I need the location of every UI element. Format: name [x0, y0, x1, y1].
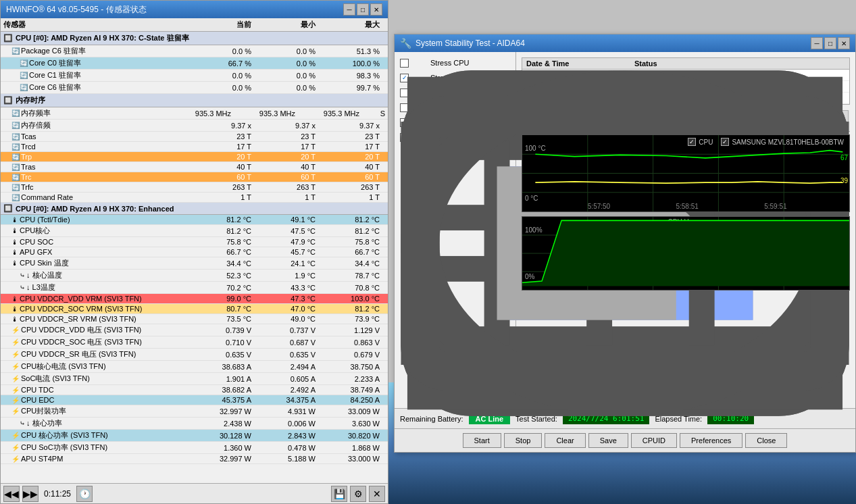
- row-max: 17 T: [321, 143, 385, 151]
- col-max: 最大: [321, 20, 385, 30]
- table-row: 🔄Trc 60 T 60 T 60 T: [1, 172, 388, 182]
- row-cur: 75.8 °C: [189, 238, 257, 246]
- row-max: 3.630 W: [321, 420, 385, 428]
- row-cur: 9.37 x: [189, 122, 257, 130]
- table-row: 🔄Core C0 驻留率 66.7 % 0.0 % 100.0 %: [1, 57, 388, 70]
- row-max: 70.8 °C: [321, 284, 385, 292]
- row-min: 0.687 V: [257, 338, 321, 347]
- row-name: ⚡CPU VDDCR_SOC 电压 (SVI3 TFN): [3, 337, 189, 347]
- row-max: 2.233 A: [321, 375, 385, 383]
- hwinfo-minimize-btn[interactable]: ─: [343, 3, 355, 16]
- row-max: 38.749 A: [321, 386, 385, 394]
- row-min: 47.5 °C: [257, 227, 321, 235]
- statusbar-icons: ◀◀ ▶▶: [3, 486, 39, 502]
- table-row: ⚡CPU VDDCR_SOC 电压 (SVI3 TFN) 0.710 V 0.6…: [1, 336, 388, 349]
- row-name: ⚡APU ST4PM: [3, 455, 189, 463]
- row-name: ⚡CPU EDC: [3, 396, 189, 404]
- row-name: 🔄Trfc: [3, 183, 189, 191]
- row-cur: 0.635 V: [189, 351, 257, 359]
- table-row: ⚡CPU核心电流 (SVI3 TFN) 38.683 A 2.494 A 38.…: [1, 361, 388, 373]
- row-max: 81.2 °C: [321, 305, 385, 313]
- hw-group-cstate: 🔲 CPU [#0]: AMD Ryzen AI 9 HX 370: C-Sta…: [1, 32, 388, 45]
- row-min: 0.605 A: [257, 375, 321, 383]
- row-cur: 81.2 °C: [189, 216, 257, 224]
- hwinfo-controls: ─ □ ✕: [343, 3, 382, 16]
- row-name: ⤷↓ 核心功率: [3, 418, 189, 428]
- hwinfo-window: HWiNFO® 64 v8.05-5495 - 传感器状态 ─ □ ✕ 传感器 …: [0, 0, 388, 504]
- table-row: 🌡CPU VDDCR_VDD VRM (SVI3 TFN) 99.0 °C 47…: [1, 294, 388, 304]
- row-cur: 81.2 °C: [189, 227, 257, 235]
- row-cur: 32.997 W: [189, 407, 257, 415]
- row-name: 🔄Core C1 驻留率: [3, 70, 189, 80]
- statusbar-settings-icon[interactable]: ⚙: [350, 486, 366, 502]
- row-name: 🔄内存倍频: [3, 120, 189, 130]
- col-current: 当前: [189, 20, 257, 30]
- table-row: ⤷↓ 核心功率 2.438 W 0.006 W 3.630 W: [1, 418, 388, 430]
- group-icon-memory: 🔲: [3, 96, 13, 105]
- row-name: ⤷↓ L3温度: [3, 282, 189, 293]
- row-min: 2.843 W: [257, 432, 321, 440]
- row-name: 🌡CPU Skin 温度: [3, 258, 189, 268]
- row-cur: 263 T: [189, 183, 257, 191]
- row-max: 0.679 V: [321, 351, 385, 359]
- row-name: 🌡CPU VDDCR_VDD VRM (SVI3 TFN): [3, 295, 189, 303]
- row-name: 🔄Tcas: [3, 132, 189, 141]
- hw-column-header: 传感器 当前 最小 最大: [1, 18, 388, 32]
- row-cur: 935.3 MHz: [169, 109, 236, 118]
- row-max: 99.7 %: [321, 84, 385, 92]
- row-name: ⚡CPU VDDCR_SR 电压 (SVI3 TFN): [3, 349, 189, 359]
- hwinfo-close-btn[interactable]: ✕: [370, 3, 382, 16]
- table-row: 🌡CPU VDDCR_SR VRM (SVI3 TFN) 73.5 °C 49.…: [1, 314, 388, 324]
- table-row: 🔄内存倍频 9.37 x 9.37 x 9.37 x: [1, 120, 388, 132]
- gpu-icon: [413, 132, 426, 143]
- table-row: 🔄Trfc 263 T 263 T 263 T: [1, 182, 388, 193]
- row-name: ⤷↓ 核心温度: [3, 270, 189, 280]
- table-row: 🔄Core C6 驻留率 0.0 % 0.0 % 99.7 %: [1, 82, 388, 94]
- statusbar-prev-btn[interactable]: ◀◀: [3, 486, 20, 502]
- row-max: 81.2 °C: [321, 227, 385, 235]
- table-row: 🔄Tras 40 T 40 T 40 T: [1, 162, 388, 172]
- row-min: 4.931 W: [257, 407, 321, 415]
- hwinfo-maximize-btn[interactable]: □: [357, 3, 369, 16]
- hw-statusbar: ◀◀ ▶▶ 0:11:25 🕐 💾 ⚙ ✕: [1, 483, 388, 503]
- row-cur: 99.0 °C: [189, 295, 257, 303]
- row-max: 40 T: [321, 163, 385, 171]
- aida-content: Stress CPU ✓ Stress FPU Stress cache: [395, 52, 855, 408]
- row-min: 0.0 %: [257, 59, 321, 68]
- row-name: 🔄Core C6 驻留率: [3, 82, 189, 93]
- row-cur: 1.901 A: [189, 375, 257, 383]
- row-name: 🔄内存频率: [3, 108, 169, 118]
- row-min: 0.0 %: [257, 84, 321, 92]
- row-name: 🌡CPU SOC: [3, 238, 189, 246]
- row-min: 935.3 MHz: [236, 109, 301, 118]
- table-row: 🔄Core C1 驻留率 0.0 % 0.0 % 98.3 %: [1, 70, 388, 82]
- row-min: 1 T: [257, 193, 321, 201]
- row-name: 🔄Core C0 驻留率: [3, 58, 189, 68]
- table-row: 🔄Trp 20 T 20 T 20 T: [1, 152, 388, 162]
- row-name: ⚡CPU封裝功率: [3, 406, 189, 416]
- row-cur: 70.2 °C: [189, 284, 257, 292]
- temperature-chart: 100 °C 0 °C ✓ CPU ✓ SAMSUNG MZVL81T0HELB…: [522, 134, 850, 212]
- row-name: 🌡CPU VDDCR_SR VRM (SVI3 TFN): [3, 315, 189, 323]
- row-cur: 20 T: [189, 153, 257, 161]
- statusbar-next-btn[interactable]: ▶▶: [22, 486, 39, 502]
- row-name: ⚡CPU 核心功率 (SVI3 TFN): [3, 430, 189, 440]
- table-row: 🔄Tcas 23 T 23 T 23 T: [1, 132, 388, 142]
- table-row: 🔄Trcd 17 T 17 T 17 T: [1, 142, 388, 152]
- hwinfo-titlebar: HWiNFO® 64 v8.05-5495 - 传感器状态 ─ □ ✕: [1, 1, 388, 18]
- row-name: ⚡CPU TDC: [3, 386, 189, 394]
- row-name: ⚡CPU SoC功率 (SVI3 TFN): [3, 443, 189, 453]
- statusbar-save-icon[interactable]: 💾: [331, 486, 347, 502]
- table-row: 🔄Command Rate 1 T 1 T 1 T: [1, 193, 388, 203]
- row-max: 263 T: [321, 183, 385, 191]
- table-row: 🔄Package C6 驻留率 0.0 % 0.0 % 51.3 %: [1, 45, 388, 57]
- row-max: 1.868 W: [321, 444, 385, 452]
- row-name: ⚡CPU核心电流 (SVI3 TFN): [3, 361, 189, 372]
- aida-window: 🔧 System Stability Test - AIDA64 ─ □ ✕ S…: [394, 34, 856, 453]
- row-min: 47.9 °C: [257, 238, 321, 246]
- row-max: 34.4 °C: [321, 259, 385, 268]
- row-name: ⚡CPU VDDCR_VDD 电压 (SVI3 TFN): [3, 325, 189, 335]
- statusbar-exit-icon[interactable]: ✕: [369, 486, 385, 502]
- row-cur: 40 T: [189, 163, 257, 171]
- row-max: 9.37 x: [321, 122, 385, 130]
